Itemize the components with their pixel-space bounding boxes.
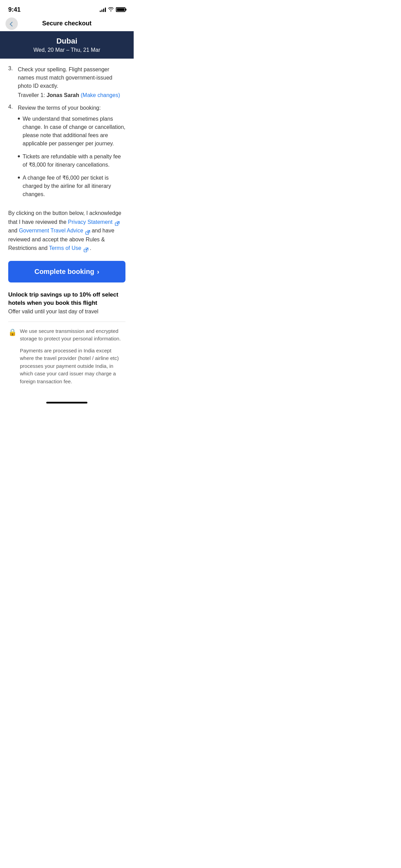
page-title: Secure checkout bbox=[42, 20, 92, 27]
bullet-dot bbox=[18, 118, 20, 120]
secure-transmission-text: We use secure transmission and encrypted… bbox=[20, 327, 125, 343]
bullet-dot bbox=[18, 177, 20, 179]
gov-travel-link[interactable]: Government Travel Advice bbox=[19, 228, 83, 233]
bullet-text-3: A change fee of ₹6,000 per ticket is cha… bbox=[23, 174, 125, 198]
trip-savings-subtitle: Offer valid until your last day of trave… bbox=[8, 309, 125, 315]
status-time: 9:41 bbox=[8, 6, 21, 13]
ack-suffix: . bbox=[90, 245, 91, 251]
terms-bullet-list: We understand that sometimes plans chang… bbox=[18, 115, 125, 198]
payment-info-text: Payments are processed in India except w… bbox=[8, 347, 125, 386]
traveller-label: Traveller 1: bbox=[18, 92, 47, 98]
list-item: A change fee of ₹6,000 per ticket is cha… bbox=[18, 174, 125, 198]
privacy-statement-link[interactable]: Privacy Statement bbox=[68, 219, 112, 225]
destination-dates: Wed, 20 Mar – Thu, 21 Mar bbox=[7, 47, 127, 53]
make-changes-link[interactable]: (Make changes) bbox=[81, 92, 120, 98]
bullet-text-1: We understand that sometimes plans chang… bbox=[23, 115, 125, 148]
step-4-number: 4. bbox=[8, 104, 15, 203]
trip-savings-title: Unlock trip savings up to 10% off select… bbox=[8, 291, 125, 307]
terms-ext-icon bbox=[84, 246, 88, 251]
complete-booking-button[interactable]: Complete booking › bbox=[8, 261, 125, 282]
privacy-ext-icon bbox=[115, 220, 120, 225]
bullet-text-2: Tickets are refundable with a penalty fe… bbox=[23, 153, 125, 169]
acknowledgement-text: By clicking on the button below, I ackno… bbox=[8, 209, 125, 253]
step-3-number: 3. bbox=[8, 65, 15, 98]
complete-booking-arrow: › bbox=[97, 268, 99, 276]
trip-savings-section: Unlock trip savings up to 10% off select… bbox=[8, 291, 125, 315]
home-indicator bbox=[0, 398, 134, 406]
status-icons bbox=[100, 7, 125, 12]
ack-conjunction1: and bbox=[8, 228, 19, 233]
security-row: 🔒 We use secure transmission and encrypt… bbox=[8, 327, 125, 343]
lock-icon: 🔒 bbox=[8, 328, 16, 343]
battery-icon bbox=[116, 7, 125, 12]
gov-travel-ext-icon bbox=[85, 229, 90, 233]
destination-city: Dubai bbox=[7, 37, 127, 46]
destination-banner: Dubai Wed, 20 Mar – Thu, 21 Mar bbox=[0, 31, 134, 59]
traveller-info: Traveller 1: Jonas Sarah (Make changes) bbox=[18, 92, 125, 98]
wifi-icon bbox=[108, 7, 114, 12]
status-bar: 9:41 bbox=[0, 0, 134, 17]
complete-booking-label: Complete booking bbox=[34, 268, 94, 276]
main-content: 3. Check your spelling. Flight passenger… bbox=[0, 59, 134, 398]
home-bar bbox=[46, 402, 87, 403]
step-4: 4. Review the terms of your booking: We … bbox=[8, 104, 125, 203]
step-3-text: Check your spelling. Flight passenger na… bbox=[18, 67, 112, 89]
step-4-text: Review the terms of your booking: bbox=[18, 105, 101, 111]
signal-icon bbox=[100, 7, 106, 12]
step-3: 3. Check your spelling. Flight passenger… bbox=[8, 65, 125, 98]
list-item: We understand that sometimes plans chang… bbox=[18, 115, 125, 148]
traveller-name: Jonas Sarah bbox=[47, 92, 81, 98]
list-item: Tickets are refundable with a penalty fe… bbox=[18, 153, 125, 169]
bullet-dot bbox=[18, 155, 20, 157]
back-circle bbox=[5, 17, 18, 30]
back-chevron-icon bbox=[10, 22, 14, 26]
nav-header: Secure checkout bbox=[0, 17, 134, 31]
security-info-section: 🔒 We use secure transmission and encrypt… bbox=[8, 322, 125, 391]
back-button[interactable] bbox=[5, 17, 18, 30]
terms-of-use-link[interactable]: Terms of Use bbox=[49, 245, 81, 251]
